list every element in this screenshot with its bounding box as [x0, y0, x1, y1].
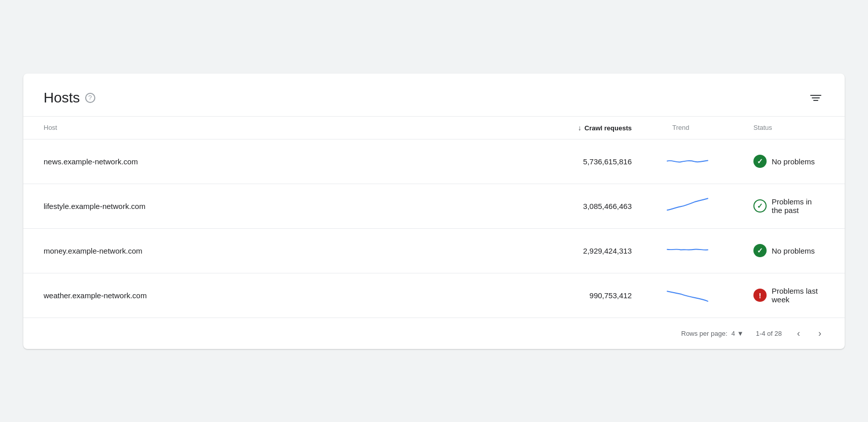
status-cell: ✓No problems [753, 155, 824, 168]
rows-per-page-label: Rows per page: [681, 330, 728, 337]
card-header: Hosts ? [23, 74, 845, 116]
table-row[interactable]: news.example-network.com5,736,615,816✓No… [23, 139, 845, 184]
trend-chart [662, 151, 713, 171]
status-icon-green-outline: ✓ [753, 199, 767, 213]
next-page-button[interactable]: › [815, 326, 824, 341]
cell-trend [652, 228, 733, 273]
status-icon-red: ! [753, 289, 767, 302]
pagination-row: Rows per page: 4 ▼ 1-4 of 28 ‹ › [23, 318, 845, 349]
col-header-status: Status [733, 116, 845, 139]
pagination: Rows per page: 4 ▼ 1-4 of 28 ‹ › [44, 326, 824, 341]
status-text: Problems last week [772, 287, 824, 304]
cell-crawl-requests: 5,736,615,816 [403, 139, 652, 184]
sort-arrow-icon[interactable]: ↓ [578, 124, 582, 132]
col-header-crawl: ↓Crawl requests [403, 116, 652, 139]
status-text: Problems in the past [772, 197, 824, 215]
cell-host: lifestyle.example-network.com [23, 184, 403, 228]
cell-status: ✓No problems [733, 139, 845, 184]
rows-dropdown-arrow[interactable]: ▼ [737, 330, 744, 337]
cell-status: !Problems last week [733, 273, 845, 318]
status-cell: ✓Problems in the past [753, 197, 824, 215]
cell-host: weather.example-network.com [23, 273, 403, 318]
status-icon-green: ✓ [753, 244, 767, 257]
cell-crawl-requests: 3,085,466,463 [403, 184, 652, 228]
cell-status: ✓No problems [733, 228, 845, 273]
table-row[interactable]: money.example-network.com2,929,424,313✓N… [23, 228, 845, 273]
cell-status: ✓Problems in the past [733, 184, 845, 228]
prev-page-button[interactable]: ‹ [794, 326, 803, 341]
cell-host: money.example-network.com [23, 228, 403, 273]
hosts-table: Host ↓Crawl requests Trend Status news.e… [23, 116, 845, 349]
rows-per-page-value: 4 [732, 330, 735, 337]
table-row[interactable]: lifestyle.example-network.com3,085,466,4… [23, 184, 845, 228]
status-cell: !Problems last week [753, 287, 824, 304]
cell-trend [652, 139, 733, 184]
hosts-card: Hosts ? Host ↓Crawl requests Trend Statu… [23, 74, 845, 349]
cell-crawl-requests: 2,929,424,313 [403, 228, 652, 273]
rows-per-page: Rows per page: 4 ▼ [681, 330, 744, 337]
cell-crawl-requests: 990,753,412 [403, 273, 652, 318]
table-row[interactable]: weather.example-network.com990,753,412!P… [23, 273, 845, 318]
page-range: 1-4 of 28 [756, 330, 782, 337]
trend-chart [662, 240, 713, 260]
table-header-row: Host ↓Crawl requests Trend Status [23, 116, 845, 139]
rows-per-page-select[interactable]: 4 ▼ [732, 330, 744, 337]
filter-button[interactable] [807, 92, 824, 104]
page-title: Hosts [44, 90, 80, 106]
help-icon[interactable]: ? [85, 93, 95, 103]
status-text: No problems [772, 247, 815, 255]
cell-host: news.example-network.com [23, 139, 403, 184]
cell-trend [652, 273, 733, 318]
header-left: Hosts ? [44, 90, 95, 106]
col-header-trend: Trend [652, 116, 733, 139]
status-icon-green: ✓ [753, 155, 767, 168]
status-text: No problems [772, 157, 815, 166]
status-cell: ✓No problems [753, 244, 824, 257]
trend-chart [662, 285, 713, 305]
col-header-host: Host [23, 116, 403, 139]
trend-chart [662, 195, 713, 216]
pagination-cell: Rows per page: 4 ▼ 1-4 of 28 ‹ › [23, 318, 845, 349]
cell-trend [652, 184, 733, 228]
